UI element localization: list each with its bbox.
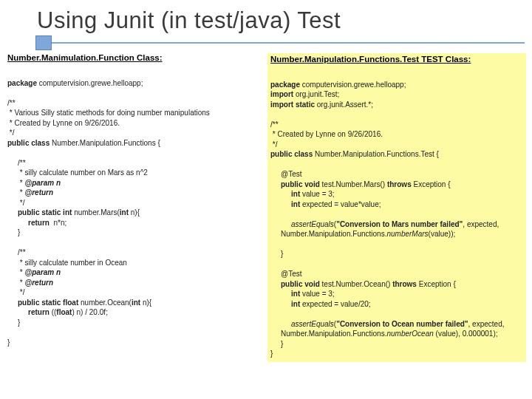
method: test.Number.Ocean() — [322, 280, 393, 288]
expr: (value)); — [429, 230, 456, 238]
right-code: package computervision.grewe.helloapp; i… — [270, 69, 523, 359]
comment: * silly calculate number on Mars as n^2 — [18, 168, 148, 177]
comment: * Created by Lynne on 9/26/2016. — [7, 119, 120, 127]
test-block: @Test public void test.Number.Mars() thr… — [270, 169, 523, 259]
kw-package: package — [270, 81, 300, 89]
kw-class: public class — [270, 150, 315, 158]
class-name: Number.Manipulation.Functions.Test { — [315, 150, 439, 158]
tag: @return — [24, 279, 53, 287]
accent-block — [35, 35, 52, 50]
sig: Exception { — [419, 280, 456, 288]
kw: return — [28, 308, 52, 316]
sig: Exception { — [413, 180, 450, 188]
left-class-header: Number.Manimulation.Function Class: — [7, 53, 260, 62]
kw-package: package — [7, 79, 37, 87]
string: "Conversion to Mars number failed" — [336, 220, 463, 228]
comment: */ — [270, 140, 277, 149]
brace: } — [18, 228, 20, 236]
kw: int — [291, 190, 302, 198]
annotation: @Test — [281, 270, 302, 278]
expr: (value), 0.000001); — [434, 330, 498, 338]
brace: } — [281, 250, 283, 258]
right-class-header: Number.Manipulation.Functions.Test TEST … — [270, 55, 523, 64]
annotation: @Test — [281, 170, 302, 178]
pkg-value: computervision.grewe.helloapp; — [300, 81, 406, 89]
brace: } — [18, 318, 20, 327]
kw: public void — [281, 180, 322, 188]
kw-import: import — [270, 90, 296, 98]
kw: public static int — [18, 208, 74, 216]
kw: return — [28, 219, 53, 227]
brace: } — [7, 338, 10, 347]
comment: */ — [18, 288, 24, 296]
kw-import: import static — [270, 100, 317, 109]
class-name: Number.Manipulation.Functions { — [52, 139, 160, 147]
stmt: expected = value*value; — [302, 200, 381, 208]
comment: /** — [7, 99, 16, 107]
kw: public static float — [18, 299, 81, 307]
sig: n){ — [143, 299, 151, 307]
method-block: /** * silly calculate number on Mars as … — [7, 158, 260, 238]
expr: ) n) / 20.0f; — [72, 308, 107, 316]
kw-class: public class — [7, 139, 52, 147]
sig: n){ — [131, 208, 140, 216]
stmt: expected = value/20; — [302, 300, 371, 308]
call: numberOcean — [386, 330, 433, 338]
content-columns: Number.Manimulation.Function Class: pack… — [0, 40, 532, 362]
kw: int — [291, 200, 302, 208]
tag: @param n — [24, 179, 61, 187]
import: org.junit.Test; — [296, 90, 339, 98]
brace: } — [281, 340, 283, 348]
stmt: value = 3; — [302, 290, 335, 298]
kw: throws — [387, 180, 414, 188]
call: numberMars — [386, 230, 428, 238]
method: number.Mars( — [74, 208, 120, 216]
method-block: /** * silly calculate number in Ocean * … — [7, 248, 260, 327]
left-column: Number.Manimulation.Function Class: pack… — [7, 53, 260, 362]
stmt: value = 3; — [302, 190, 335, 198]
string: "Conversion to Ocean number failed" — [336, 320, 468, 328]
left-code: package computervision.grewe.helloapp; /… — [7, 68, 260, 347]
brace: } — [270, 349, 273, 358]
comment: * silly calculate number in Ocean — [18, 259, 127, 267]
kw: int — [132, 299, 143, 307]
assert: assertEquals — [291, 220, 334, 228]
kw: int — [291, 300, 302, 308]
comment: * Created by Lynne on 9/26/2016. — [270, 130, 383, 138]
comment: /** — [18, 159, 26, 167]
tag: @param n — [24, 268, 61, 276]
comment: */ — [7, 129, 14, 137]
comment: /** — [270, 120, 279, 129]
test-block: @Test public void test.Number.Ocean() th… — [270, 269, 523, 349]
accent-line — [52, 42, 525, 44]
kw: float — [56, 308, 72, 316]
import: org.junit.Assert.*; — [317, 100, 373, 109]
expr: n*n; — [53, 219, 66, 227]
title-bar: Using Junit (in test/java) Test — [0, 0, 532, 40]
kw: throws — [392, 280, 419, 288]
kw: public void — [281, 280, 322, 288]
slide-title: Using Junit (in test/java) Test — [37, 7, 532, 34]
comment: */ — [18, 199, 24, 207]
right-column: Number.Manipulation.Functions.Test TEST … — [267, 53, 526, 362]
assert: assertEquals — [291, 320, 334, 328]
kw: int — [120, 208, 131, 216]
method: number.Ocean( — [81, 299, 132, 307]
kw: int — [291, 290, 302, 298]
pkg-value: computervision.grewe.helloapp; — [37, 79, 143, 87]
tag: @return — [24, 188, 53, 197]
comment: * Various Silly static methods for doing… — [7, 109, 210, 117]
comment: /** — [18, 248, 26, 256]
method: test.Number.Mars() — [322, 180, 387, 188]
